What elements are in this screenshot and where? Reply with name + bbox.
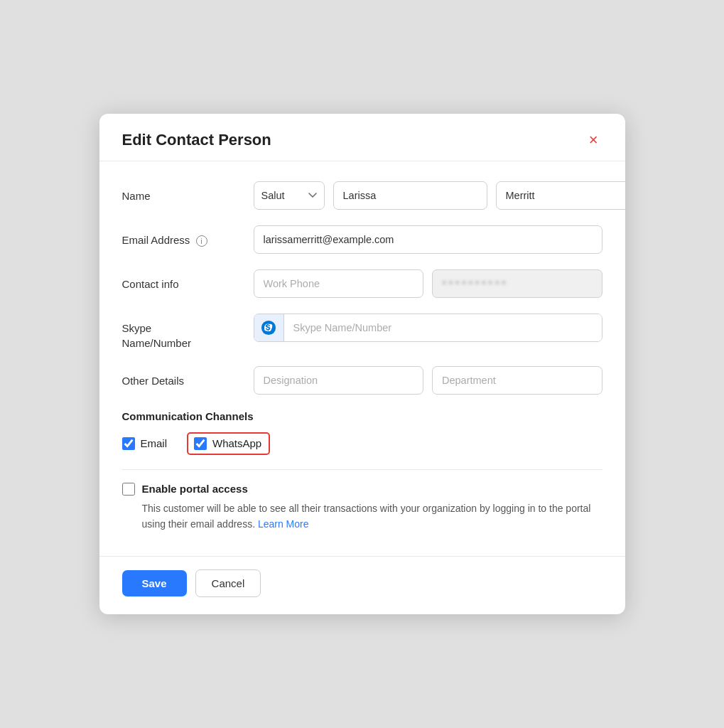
other-details-label: Other Details <box>122 366 254 388</box>
work-phone-input[interactable] <box>254 269 424 298</box>
last-name-input[interactable] <box>496 181 625 210</box>
first-name-input[interactable] <box>333 181 487 210</box>
email-channel-label: Email <box>141 437 168 449</box>
name-fields: Salut Mr. Mrs. Ms. Dr. <box>254 181 625 210</box>
email-row: Email Address i <box>122 225 603 254</box>
skype-icon <box>254 314 284 341</box>
department-input[interactable] <box>432 366 603 395</box>
blurred-phone-field: •••••••••• <box>432 269 603 298</box>
email-info-icon[interactable]: i <box>196 235 207 247</box>
contact-info-row: Contact info •••••••••• <box>122 269 603 298</box>
portal-access-label: Enable portal access <box>142 483 248 495</box>
other-details-row: Other Details <box>122 366 603 395</box>
comm-channels-label: Communication Channels <box>122 410 603 422</box>
dialog-title: Edit Contact Person <box>122 131 271 149</box>
email-fields <box>254 225 603 254</box>
contact-info-fields: •••••••••• <box>254 269 603 298</box>
name-row: Name Salut Mr. Mrs. Ms. Dr. <box>122 181 603 210</box>
comm-channels-section: Communication Channels Email WhatsApp <box>122 410 603 455</box>
portal-header: Enable portal access <box>122 483 603 496</box>
email-label: Email Address i <box>122 225 254 247</box>
skype-wrapper <box>254 314 603 342</box>
whatsapp-channel-item[interactable]: WhatsApp <box>187 432 270 455</box>
skype-fields <box>254 314 603 342</box>
contact-info-label: Contact info <box>122 269 254 291</box>
portal-access-checkbox[interactable] <box>122 483 135 496</box>
email-checkbox[interactable] <box>122 437 135 450</box>
email-channel-item[interactable]: Email <box>122 437 168 450</box>
salutation-select[interactable]: Salut Mr. Mrs. Ms. Dr. <box>254 181 325 210</box>
skype-label: SkypeName/Number <box>122 314 254 350</box>
portal-description: This customer will be able to see all th… <box>142 501 603 532</box>
cancel-button[interactable]: Cancel <box>195 569 261 597</box>
skype-input[interactable] <box>284 314 602 341</box>
dialog-footer: Save Cancel <box>99 556 625 614</box>
email-input[interactable] <box>254 225 603 254</box>
designation-input[interactable] <box>254 366 424 395</box>
name-label: Name <box>122 181 254 203</box>
learn-more-link[interactable]: Learn More <box>258 518 309 530</box>
whatsapp-channel-label: WhatsApp <box>212 437 261 449</box>
dialog-body: Name Salut Mr. Mrs. Ms. Dr. Email Addres… <box>99 161 625 550</box>
skype-row: SkypeName/Number <box>122 314 603 350</box>
whatsapp-checkbox[interactable] <box>194 437 207 450</box>
portal-access-section: Enable portal access This customer will … <box>122 469 603 532</box>
channels-row: Email WhatsApp <box>122 432 603 455</box>
save-button[interactable]: Save <box>122 570 187 596</box>
edit-contact-dialog: Edit Contact Person × Name Salut Mr. Mrs… <box>99 114 625 614</box>
close-button[interactable]: × <box>585 131 603 149</box>
other-details-fields <box>254 366 603 395</box>
dialog-header: Edit Contact Person × <box>99 114 625 161</box>
